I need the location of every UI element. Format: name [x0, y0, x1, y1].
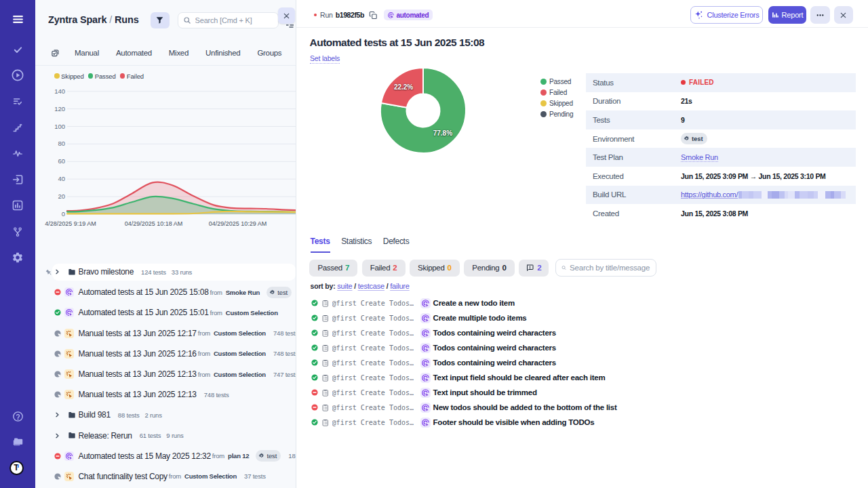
summary-label: Executed — [586, 172, 681, 180]
automated-badge[interactable]: automated — [384, 9, 433, 20]
rail-activity-button[interactable] — [0, 146, 35, 162]
test-row[interactable]: @first Create Todos… Text input should b… — [296, 385, 868, 400]
tab-mixed[interactable]: Mixed — [169, 49, 189, 57]
tab-automated[interactable]: Automated — [116, 49, 152, 57]
more-actions-button[interactable] — [810, 6, 830, 24]
run-row[interactable]: Manual tests at 13 Jun 2025 12:16fromCus… — [35, 344, 296, 364]
test-row[interactable]: @first Create Todos… Todos containing we… — [296, 325, 868, 340]
legend-dot — [120, 73, 125, 79]
run-name: Automated tests at 15 Jun 2025 15:01 — [79, 308, 209, 317]
test-row[interactable]: @first Create Todos… New todos should be… — [296, 400, 868, 415]
set-labels-link[interactable]: Set labels — [310, 54, 340, 64]
run-label: Run — [320, 11, 333, 19]
legend-dot — [88, 73, 94, 79]
run-row[interactable]: Manual tests at 13 Jun 2025 12:13fromCus… — [35, 364, 296, 384]
rail-projects-button[interactable] — [0, 434, 35, 450]
copy-run-id-button[interactable] — [369, 11, 378, 20]
chevron-right-icon[interactable] — [54, 432, 60, 439]
sort-failure-link[interactable]: failure — [390, 282, 410, 290]
test-status-passed-icon — [311, 374, 320, 381]
rail-check-button[interactable] — [0, 41, 35, 58]
collapse-icon[interactable] — [286, 24, 294, 28]
tab-tests[interactable]: Tests — [311, 237, 330, 253]
run-row[interactable]: Automated tests at 15 Jun 2025 15:01from… — [35, 302, 296, 323]
app-rail: T — [0, 0, 35, 488]
test-suite-path: @first Create Todos… — [332, 329, 421, 337]
sort-suite-link[interactable]: suite — [337, 282, 352, 290]
rail-branch-button[interactable] — [0, 224, 35, 240]
run-row[interactable]: Automated tests at 15 May 2025 12:32from… — [35, 446, 296, 466]
status-value: FAILED — [681, 79, 714, 86]
close-run-button[interactable] — [834, 6, 854, 24]
rail-steps-button[interactable] — [0, 120, 35, 136]
folder-icon — [67, 411, 77, 420]
result-filter-chips: Passed7Failed2Skipped0Pending02 — [309, 259, 656, 277]
report-button[interactable]: Report — [768, 6, 806, 24]
donut-legend-item: Skipped — [540, 98, 573, 108]
pin-icon — [45, 268, 53, 277]
tab-statistics[interactable]: Statistics — [341, 237, 372, 253]
chip-comments[interactable]: 2 — [519, 260, 548, 277]
svg-text:40: 40 — [58, 175, 65, 182]
robot-icon — [420, 298, 431, 308]
test-suite-path: @first Create Todos… — [332, 344, 421, 352]
tab-groups[interactable]: Groups — [257, 49, 281, 57]
chip-passed[interactable]: Passed7 — [309, 260, 357, 277]
select-runs-icon[interactable] — [51, 48, 60, 58]
test-row[interactable]: @first Create Todos… Todos containing we… — [296, 355, 868, 370]
tab-manual[interactable]: Manual — [75, 49, 99, 57]
test-row[interactable]: @first Create Todos… Footer should be vi… — [296, 415, 868, 430]
group-runs-count: 9 runs — [166, 432, 183, 439]
clusterize-errors-button[interactable]: Clusterize Errors — [690, 6, 763, 24]
tab-unfinished[interactable]: Unfinished — [205, 49, 240, 57]
run-group-row[interactable]: Build 98188 tests2 runs — [35, 405, 296, 425]
summary-row-build-url: Build URLhttps://github.com/ — [586, 186, 856, 205]
rail-list-check-button[interactable] — [0, 94, 35, 110]
run-group-row[interactable]: Bravo milestone124 tests33 runs — [35, 262, 296, 282]
test-row[interactable]: @first Create Todos… Create a new todo i… — [296, 296, 868, 310]
filter-button[interactable] — [151, 12, 170, 28]
sort-testcase-link[interactable]: testcase — [358, 282, 384, 290]
summary-row-environment: Environmenttest — [586, 129, 856, 148]
run-summary-table: StatusFAILEDDuration21sTests9Environment… — [586, 73, 856, 223]
run-row[interactable]: Automated tests at 15 Jun 2025 15:08from… — [35, 282, 296, 302]
test-plan-link[interactable]: Smoke Run — [681, 153, 718, 162]
sign-in-icon — [12, 174, 24, 186]
run-row[interactable]: Chat functinality test CopyfromCustom Se… — [35, 466, 296, 487]
run-tests-count: 18 t — [288, 452, 296, 460]
rail-play-circle-button[interactable] — [0, 67, 35, 83]
project-name[interactable]: Zyntra Spark — [48, 14, 106, 25]
rail-help-button[interactable] — [0, 408, 35, 424]
user-avatar[interactable]: T — [0, 460, 34, 475]
tab-defects[interactable]: Defects — [383, 237, 410, 253]
run-group-row[interactable]: Release: Rerun61 tests9 runs — [35, 426, 296, 446]
legend-dot — [54, 73, 60, 79]
sidebar-search-input[interactable] — [195, 16, 273, 24]
summary-row-tests: Tests9 — [586, 110, 856, 129]
menu-button[interactable] — [0, 11, 35, 27]
rail-sign-in-button[interactable] — [0, 171, 35, 188]
env-pill: test — [256, 450, 281, 462]
status-progress-icon — [54, 350, 61, 357]
run-row[interactable]: Manual tests at 13 Jun 2025 12:13748 tes… — [35, 384, 296, 405]
chip-pending[interactable]: Pending0 — [464, 260, 515, 277]
close-icon — [283, 12, 290, 20]
test-row[interactable]: @first Create Todos… Text input field sh… — [296, 370, 868, 385]
test-row[interactable]: @first Create Todos… Create multiple tod… — [296, 310, 868, 325]
run-row[interactable]: Manual tests at 13 Jun 2025 12:17fromCus… — [35, 323, 296, 344]
automated-run-icon — [64, 287, 74, 297]
chevron-right-icon[interactable] — [54, 411, 60, 418]
rail-bar-chart-button[interactable] — [0, 197, 35, 214]
chevron-right-icon[interactable] — [54, 268, 60, 275]
summary-row-executed: ExecutedJun 15, 2025 3:09 PM → Jun 15, 2… — [586, 167, 856, 186]
chip-skipped[interactable]: Skipped0 — [410, 260, 460, 277]
test-row[interactable]: @first Create Todos… Todos containing we… — [296, 340, 868, 355]
summary-value: 21s — [681, 97, 692, 105]
build-url-link[interactable]: https://github.com/ — [681, 190, 738, 199]
legend-dot — [540, 89, 547, 96]
rail-gear-button[interactable] — [0, 249, 35, 266]
section-name: Runs — [115, 14, 138, 25]
tests-search-input[interactable] — [570, 264, 650, 272]
chip-failed[interactable]: Failed2 — [362, 260, 406, 277]
sidebar-close-button[interactable] — [278, 7, 295, 24]
